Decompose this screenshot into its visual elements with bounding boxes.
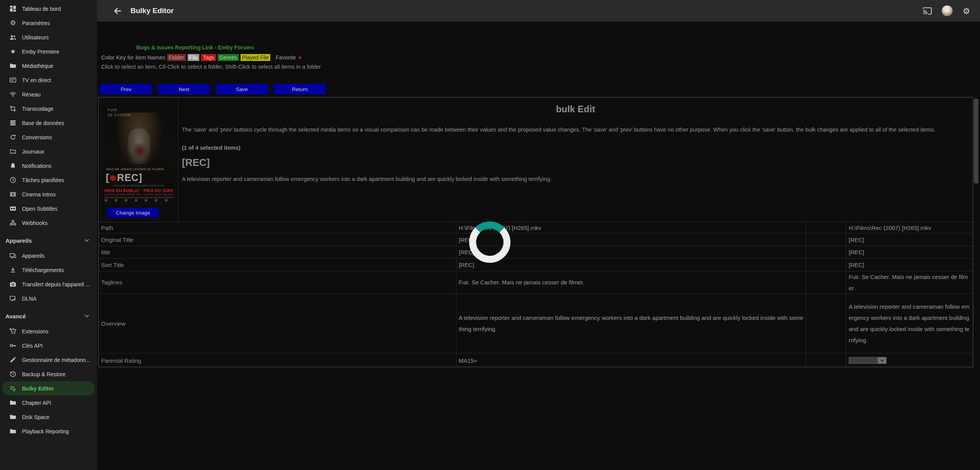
field-new-original-title[interactable]: [REC] <box>846 233 973 246</box>
field-current-taglines[interactable]: Fuir. Se Cacher. Mais ne jamais cesser d… <box>456 271 806 294</box>
save-button[interactable]: Save <box>215 84 268 95</box>
sidebar-item-bulky-editor[interactable]: Bulky Editor <box>2 381 95 396</box>
folder-icon <box>9 428 17 435</box>
devices-icon <box>9 252 17 259</box>
cast-icon[interactable] <box>923 7 932 15</box>
bulk-edit-title: bulk Edit <box>182 104 969 115</box>
favorite-label: Favorite <box>276 54 296 61</box>
sidebar-item-journaux[interactable]: Journaux <box>0 144 97 159</box>
field-current-parental-rating[interactable]: MA15+ <box>456 353 806 367</box>
sidebar-item-label: Conversions <box>22 134 52 140</box>
sidebar-item-utilisateurs[interactable]: Utilisateurs <box>0 30 97 44</box>
color-key-tags: FolderFileTagsGenresPlayed File <box>165 54 270 61</box>
field-new-sort-title[interactable]: [REC] <box>846 259 973 271</box>
sidebar-item-gestionnaire-de-m-tadonn[interactable]: Gestionnaire de métadonn... <box>0 353 97 367</box>
field-middle-parental-rating <box>806 353 846 367</box>
sidebar-item-webhooks[interactable]: Webhooks <box>0 216 97 230</box>
field-label-title: title <box>99 246 456 259</box>
poster-blood <box>132 142 148 160</box>
restore-icon <box>9 370 17 378</box>
field-label-original-title: Original Title <box>99 233 456 246</box>
field-new-overview[interactable]: A television reporter and cameraman foll… <box>846 294 973 353</box>
rec-logo: [REC] <box>106 172 142 183</box>
sidebar-item-label: Disk Space <box>22 414 49 420</box>
field-new-title[interactable]: [REC] <box>846 246 973 259</box>
sidebar-item-chapter-api[interactable]: Chapter API <box>0 396 97 410</box>
sidebar-item-disk-space[interactable]: Disk Space <box>0 410 97 424</box>
field-new-parental-rating[interactable] <box>846 353 973 367</box>
sidebar-item-conversions[interactable]: Conversions <box>0 130 97 144</box>
field-new-path[interactable]: H:\Films\Rec (2007) [H265].mkv <box>846 222 973 233</box>
sidebar-item-cl-s-api[interactable]: Clés API <box>0 338 97 353</box>
fields-table: PathH:\Films\Rec (2007) [H265].mkvH:\Fil… <box>99 222 973 367</box>
field-current-path[interactable]: H:\Films\Rec (2007) [H265].mkv <box>456 222 806 233</box>
toolbar-buttons: PrevNextSaveReturn <box>100 84 326 95</box>
sidebar-item-t-l-chargements[interactable]: Téléchargements <box>0 263 97 277</box>
sidebar-item-label: Tâches planifiées <box>22 177 64 183</box>
back-button[interactable] <box>113 7 122 15</box>
sidebar-item-label: Gestionnaire de métadonn... <box>22 357 90 363</box>
webhook-icon <box>9 219 17 227</box>
sidebar-item-param-tres[interactable]: ⚙Paramètres <box>0 16 97 30</box>
forum-link[interactable]: Bugs & Issues Reporting Link - Emby Foru… <box>136 44 254 51</box>
gear-icon[interactable]: ⚙ <box>963 7 970 15</box>
prev-button[interactable]: Prev <box>100 84 153 95</box>
sidebar-item-m-diath-que[interactable]: Médiathèque <box>0 59 97 73</box>
scrollbar-thumb[interactable] <box>974 98 978 184</box>
sidebar-item-label: Transfert depuis l'appareil ... <box>22 281 90 287</box>
sidebar-item-tableau-de-bord[interactable]: Tableau de bord <box>0 2 97 16</box>
camera-icon <box>9 281 17 288</box>
color-key-tag-tags: Tags <box>201 54 216 61</box>
field-current-sort-title[interactable]: [REC] <box>456 259 806 271</box>
sidebar-item-extensions[interactable]: Extensions <box>0 324 97 338</box>
sidebar-item-label: Réseau <box>22 91 41 98</box>
sidebar-item-transfert-depuis-l-appareil[interactable]: Transfert depuis l'appareil ... <box>0 277 97 291</box>
field-new-taglines[interactable]: Fuir. Se Cacher. Mais ne jamais cesser d… <box>846 271 973 294</box>
chevron-down-icon <box>878 357 886 363</box>
field-current-overview[interactable]: A television reporter and cameraman foll… <box>456 294 806 353</box>
sidebar-item-transcodage[interactable]: Transcodage <box>0 101 97 116</box>
sidebar-section-avanc[interactable]: Avancé <box>0 308 97 324</box>
sidebar-item-base-de-donn-es[interactable]: Base de données <box>0 116 97 130</box>
sidebar-section-label: Appareils <box>5 237 32 244</box>
sidebar-item-label: Base de données <box>22 120 64 126</box>
chevron-down-icon <box>84 237 90 243</box>
color-key-line: Color Key for item NamesFolderFileTagsGe… <box>101 54 301 61</box>
pencil-icon <box>9 356 17 363</box>
crop-icon <box>9 105 17 112</box>
field-middle-overview <box>806 294 846 353</box>
color-key-prefix: Color Key for item Names <box>101 54 165 61</box>
bulky-editor-icon <box>9 385 17 392</box>
header-actions: ⚙ <box>923 5 970 16</box>
sidebar-item-t-ches-planifi-es[interactable]: Tâches planifiées <box>0 173 97 187</box>
movie-poster[interactable]: FUIR. SE CACHER. MAIS NE JAMAIS CESSER D… <box>102 102 176 202</box>
wifi-icon <box>9 91 17 98</box>
return-button[interactable]: Return <box>273 84 326 95</box>
change-image-button[interactable]: Change Image <box>107 208 159 218</box>
poster-tagline-line1: FUIR. <box>108 108 132 113</box>
sidebar-item-tv-en-direct[interactable]: TV en direct <box>0 73 97 87</box>
chevron-down-icon <box>84 313 90 319</box>
sidebar-item-label: Cinema Intros <box>22 191 56 198</box>
dlna-icon <box>9 295 17 302</box>
sidebar-item-appareils[interactable]: Appareils <box>0 249 97 263</box>
parental-rating-select[interactable] <box>849 357 887 364</box>
sidebar-item-backup-restore[interactable]: Backup & Restore <box>0 367 97 381</box>
loading-spinner <box>469 221 510 263</box>
sidebar-item-dlna[interactable]: DLNA <box>0 291 97 306</box>
field-middle-taglines <box>806 271 846 294</box>
sidebar-item-open-subtitles[interactable]: Open Subtitles <box>0 201 97 216</box>
sidebar-item-notifications[interactable]: Notifications <box>0 159 97 173</box>
next-button[interactable]: Next <box>158 84 210 95</box>
sidebar-item-r-seau[interactable]: Réseau <box>0 87 97 101</box>
bell-icon <box>9 162 17 169</box>
selection-hint: Click to select an item, Ctl-Click to se… <box>101 64 321 70</box>
sidebar-item-emby-premiere[interactable]: ★Emby Premiere <box>0 44 97 59</box>
sidebar-item-playback-reporting[interactable]: Playback Reporting <box>0 424 97 438</box>
sidebar-item-label: Notifications <box>22 163 51 169</box>
sidebar-item-label: Chapter API <box>22 400 51 406</box>
sidebar-section-label: Avancé <box>5 313 26 320</box>
sidebar-section-appareils[interactable]: Appareils <box>0 232 97 249</box>
sidebar-item-cinema-intros[interactable]: Cinema Intros <box>0 187 97 201</box>
user-avatar[interactable] <box>942 5 953 16</box>
